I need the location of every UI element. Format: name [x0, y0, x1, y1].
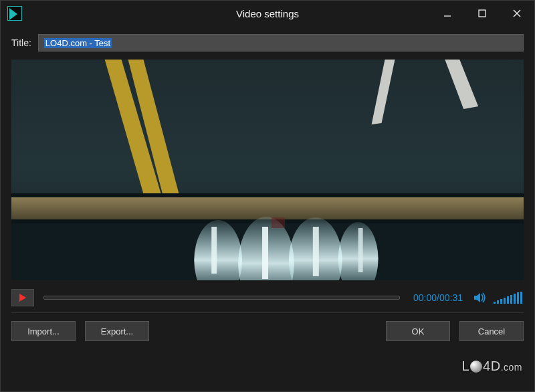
svg-rect-18: [262, 227, 268, 279]
app-logo-icon: [7, 6, 22, 21]
svg-rect-9: [11, 197, 524, 219]
video-settings-window: Video settings Title: LO4D.com - Test: [0, 0, 535, 392]
video-preview[interactable]: [11, 60, 524, 280]
content-area: Title: LO4D.com - Test: [1, 26, 534, 391]
ok-button[interactable]: OK: [386, 321, 450, 341]
volume-button[interactable]: [472, 290, 488, 305]
seek-bar[interactable]: [43, 296, 400, 300]
minimize-icon: [443, 9, 452, 18]
window-controls: [430, 1, 534, 26]
play-icon: [19, 294, 26, 302]
svg-rect-17: [211, 227, 217, 274]
play-button[interactable]: [11, 289, 34, 306]
svg-rect-20: [358, 228, 363, 272]
video-frame-image: [11, 60, 524, 280]
cancel-button[interactable]: Cancel: [459, 321, 524, 341]
svg-rect-1: [479, 10, 486, 17]
player-controls: 00:00/00:31: [11, 286, 524, 310]
minimize-button[interactable]: [430, 1, 465, 26]
volume-icon: [473, 291, 488, 304]
maximize-icon: [477, 9, 487, 18]
svg-rect-10: [11, 193, 524, 197]
title-row: Title: LO4D.com - Test: [11, 34, 524, 52]
maximize-button[interactable]: [465, 1, 500, 26]
timecode: 00:00/00:31: [413, 292, 463, 303]
close-icon: [512, 8, 522, 19]
title-label: Title:: [11, 37, 31, 48]
svg-rect-21: [272, 217, 285, 228]
svg-marker-22: [474, 293, 480, 302]
titlebar[interactable]: Video settings: [1, 1, 534, 26]
import-button[interactable]: Import...: [11, 321, 76, 341]
export-button[interactable]: Export...: [85, 321, 149, 341]
close-button[interactable]: [500, 1, 534, 26]
bottom-button-row: Import... Export... OK Cancel: [11, 312, 524, 351]
svg-rect-19: [313, 227, 319, 276]
title-input-value: LO4D.com - Test: [44, 38, 112, 48]
volume-level[interactable]: [494, 292, 524, 304]
title-input[interactable]: LO4D.com - Test: [38, 34, 524, 52]
